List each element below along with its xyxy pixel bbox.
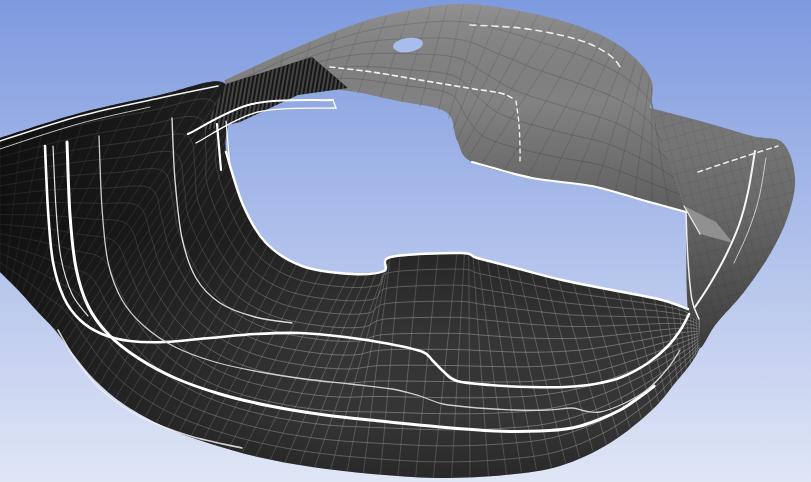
viewport-3d[interactable] [0, 0, 811, 482]
cae-3d-scene [0, 0, 811, 482]
